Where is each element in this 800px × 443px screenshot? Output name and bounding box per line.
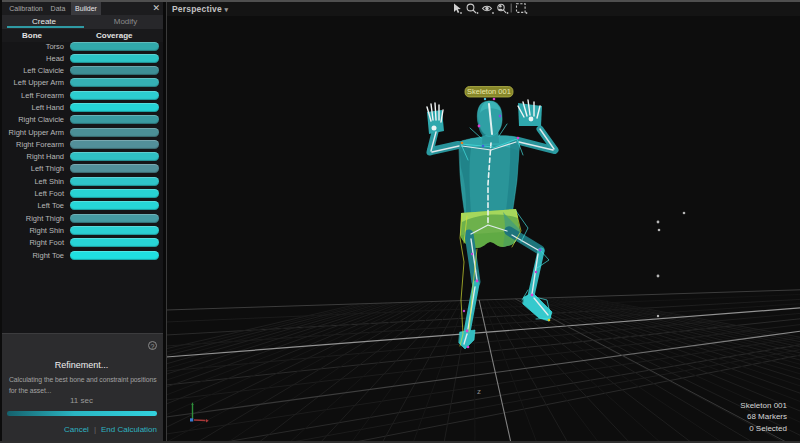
svg-text:z: z xyxy=(477,387,481,396)
svg-text:Skeleton 001: Skeleton 001 xyxy=(467,87,511,96)
